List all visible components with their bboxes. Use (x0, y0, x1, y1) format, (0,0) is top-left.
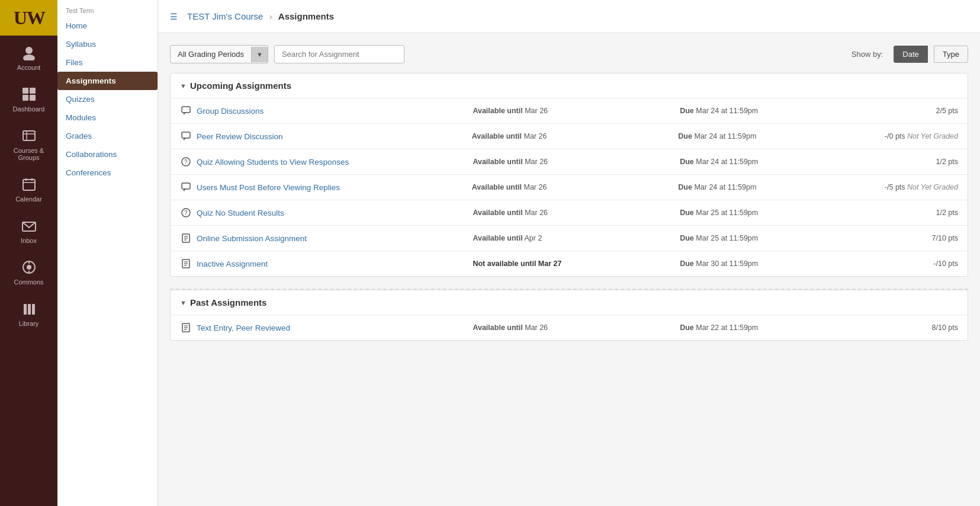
commons-icon (20, 258, 38, 276)
assignment-points: 2/5 pts (887, 107, 958, 115)
show-by-type-button[interactable]: Type (934, 46, 968, 63)
course-nav-conferences[interactable]: Conferences (57, 164, 158, 182)
assignment-name: Text Entry, Peer Reviewed (197, 324, 473, 332)
search-input[interactable] (274, 45, 404, 63)
nav-item-inbox[interactable]: Inbox (0, 209, 57, 250)
library-icon (20, 300, 38, 318)
course-nav: Test Term Home Syllabus Files Assignment… (57, 0, 158, 506)
assignment-availability: Not available until Mar 27 (473, 260, 680, 268)
assignment-due: Due Mar 25 at 11:59pm (680, 234, 887, 242)
assignment-due: Due Mar 24 at 11:59pm (678, 132, 885, 140)
nav-item-dashboard[interactable]: Dashboard (0, 77, 57, 119)
nav-label-courses: Courses & Groups (2, 147, 55, 161)
assignment-type-icon: ? (180, 207, 192, 219)
nav-label-calendar: Calendar (15, 196, 42, 203)
course-nav-assignments[interactable]: Assignments (57, 72, 158, 90)
assignment-row[interactable]: Online Submission Assignment Available u… (171, 226, 968, 251)
past-section-title: Past Assignments (190, 297, 267, 308)
assignment-type-icon (180, 181, 192, 193)
assignment-availability: Available until Mar 26 (472, 132, 679, 140)
assignment-row[interactable]: Users Must Post Before Viewing Replies A… (171, 175, 968, 200)
assignment-availability: Available until Mar 26 (473, 158, 680, 166)
term-label: Test Term (57, 0, 158, 17)
assignment-type-icon (180, 105, 192, 117)
svg-rect-7 (23, 131, 35, 140)
upcoming-toggle-icon: ▼ (180, 82, 187, 89)
assignment-row[interactable]: Peer Review Discussion Available until M… (171, 124, 968, 149)
past-rows: Text Entry, Peer Reviewed Available unti… (171, 315, 968, 340)
nav-item-library[interactable]: Library (0, 292, 57, 333)
upcoming-rows: Group Discussions Available until Mar 26… (171, 98, 968, 276)
assignment-due: Due Mar 24 at 11:59pm (680, 107, 887, 115)
assignment-points: -/10 pts (887, 260, 958, 268)
svg-rect-23 (182, 132, 190, 138)
svg-rect-6 (30, 95, 36, 101)
assignment-due: Due Mar 24 at 11:59pm (680, 158, 887, 166)
course-nav-home[interactable]: Home (57, 17, 158, 35)
course-nav-syllabus[interactable]: Syllabus (57, 35, 158, 53)
assignment-type-icon (180, 232, 192, 244)
assignment-name: Online Submission Assignment (197, 234, 473, 243)
assignment-row[interactable]: ? Quiz No Student Results Available unti… (171, 200, 968, 226)
assignment-type-icon (180, 258, 192, 270)
filter-bar: All Grading Periods ▼ Show by: Date Type (170, 45, 968, 63)
upcoming-section-header[interactable]: ▼ Upcoming Assignments (171, 73, 968, 98)
assignment-row[interactable]: Text Entry, Peer Reviewed Available unti… (171, 315, 968, 340)
svg-rect-19 (24, 304, 27, 315)
calendar-icon (20, 175, 38, 193)
assignment-points: 1/2 pts (887, 158, 958, 166)
breadcrumb-page: Assignments (278, 11, 334, 21)
grading-period-dropdown-btn[interactable]: ▼ (251, 47, 268, 62)
nav-label-commons: Commons (14, 278, 43, 286)
assignment-points: 1/2 pts (887, 209, 958, 217)
global-nav: UW Account Dashboard Courses & Groups Ca… (0, 0, 57, 506)
assignment-due: Due Mar 25 at 11:59pm (680, 209, 887, 217)
breadcrumb-course[interactable]: TEST Jim's Course (187, 11, 263, 21)
svg-rect-4 (30, 88, 36, 94)
nav-label-library: Library (19, 320, 39, 327)
assignment-due: Due Mar 24 at 11:59pm (678, 183, 885, 191)
past-toggle-icon: ▼ (180, 299, 187, 306)
assignment-availability: Available until Mar 26 (473, 107, 680, 115)
show-by-date-button[interactable]: Date (894, 46, 927, 63)
logo-area[interactable]: UW (0, 0, 57, 36)
nav-item-account[interactable]: Account (0, 36, 57, 77)
show-by-label: Show by: (852, 50, 883, 59)
assignment-name: Group Discussions (197, 107, 473, 116)
logo: UW (11, 3, 47, 33)
assignment-row[interactable]: Group Discussions Available until Mar 26… (171, 98, 968, 124)
course-nav-grades[interactable]: Grades (57, 127, 158, 145)
assignment-due: Due Mar 30 at 11:59pm (680, 260, 887, 268)
svg-rect-10 (23, 180, 35, 190)
assignment-due: Due Mar 22 at 11:59pm (680, 324, 887, 332)
upcoming-section: ▼ Upcoming Assignments Group Discussions… (170, 73, 968, 277)
nav-label-dashboard: Dashboard (13, 105, 45, 113)
past-section-header[interactable]: ▼ Past Assignments (171, 290, 968, 315)
svg-point-1 (25, 47, 33, 54)
assignment-availability: Available until Mar 26 (473, 324, 680, 332)
assignment-points: 8/10 pts (887, 324, 958, 332)
assignment-availability: Available until Mar 26 (472, 183, 679, 191)
course-nav-collaborations[interactable]: Collaborations (57, 145, 158, 164)
grading-period-select[interactable]: All Grading Periods ▼ (170, 45, 268, 63)
assignment-points: 7/10 pts (887, 234, 958, 242)
assignment-row[interactable]: Inactive Assignment Not available until … (171, 251, 968, 276)
course-nav-modules[interactable]: Modules (57, 108, 158, 127)
nav-label-account: Account (17, 64, 41, 71)
nav-item-calendar[interactable]: Calendar (0, 167, 57, 209)
course-nav-quizzes[interactable]: Quizzes (57, 90, 158, 108)
svg-point-2 (23, 55, 35, 60)
assignment-type-icon: ? (180, 156, 192, 168)
breadcrumb: TEST Jim's Course › Assignments (187, 11, 334, 21)
svg-text:UW: UW (14, 7, 46, 28)
course-nav-files[interactable]: Files (57, 53, 158, 72)
hamburger-button[interactable]: ☰ (170, 12, 178, 21)
assignment-type-icon (180, 322, 192, 334)
nav-item-commons[interactable]: Commons (0, 250, 57, 292)
assignment-row[interactable]: ? Quiz Allowing Students to View Respons… (171, 149, 968, 175)
breadcrumb-separator: › (269, 11, 275, 21)
nav-item-courses[interactable]: Courses & Groups (0, 119, 57, 167)
svg-text:?: ? (184, 159, 188, 165)
nav-label-inbox: Inbox (21, 237, 37, 244)
courses-icon (20, 127, 38, 145)
